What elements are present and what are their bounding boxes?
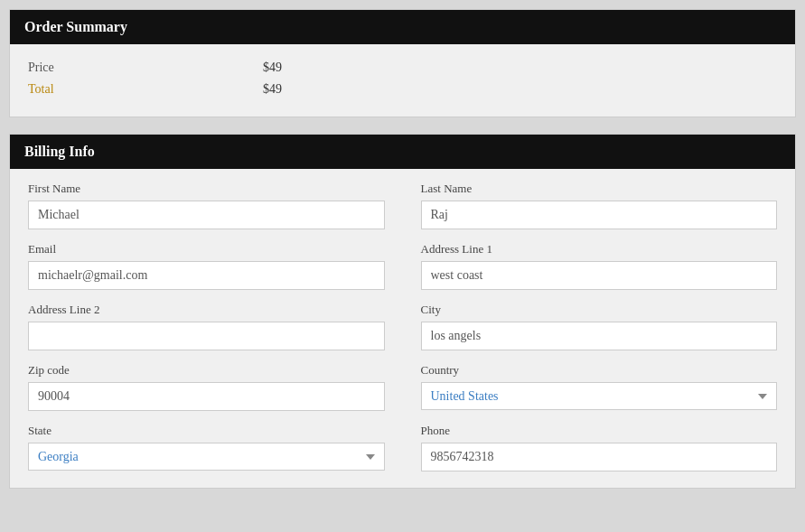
price-value: $49 (263, 61, 282, 75)
city-label: City (421, 303, 778, 317)
total-value: $49 (263, 82, 282, 97)
last-name-group: Last Name (421, 182, 778, 229)
address-line1-input[interactable] (421, 261, 778, 290)
email-input[interactable] (28, 261, 385, 290)
first-name-input[interactable] (28, 201, 385, 229)
state-group: State Georgia California New York Texas … (28, 424, 385, 471)
state-select[interactable]: Georgia California New York Texas Florid… (28, 443, 385, 471)
country-label: Country (421, 363, 778, 378)
order-summary-body: Price $49 Total $49 (10, 44, 795, 117)
last-name-label: Last Name (421, 182, 778, 196)
billing-grid: First Name Last Name Email Address Line … (28, 182, 777, 471)
address-line2-label: Address Line 2 (28, 303, 385, 317)
phone-group: Phone (421, 424, 778, 471)
email-label: Email (28, 242, 385, 257)
phone-label: Phone (421, 424, 778, 438)
price-label: Price (28, 61, 263, 75)
country-select[interactable]: United States Canada United Kingdom Aust… (421, 382, 778, 410)
state-label: State (28, 424, 385, 438)
country-group: Country United States Canada United King… (421, 363, 778, 411)
last-name-input[interactable] (421, 201, 778, 229)
first-name-group: First Name (28, 182, 385, 229)
billing-info-header: Billing Info (10, 135, 795, 169)
address-line2-input[interactable] (28, 322, 385, 350)
first-name-label: First Name (28, 182, 385, 196)
email-group: Email (28, 242, 385, 290)
address-line2-group: Address Line 2 (28, 303, 385, 350)
billing-info-section: Billing Info First Name Last Name Email … (9, 134, 796, 489)
address-line1-label: Address Line 1 (421, 242, 778, 257)
zip-code-label: Zip code (28, 363, 385, 378)
city-input[interactable] (421, 322, 778, 350)
phone-input[interactable] (421, 443, 778, 471)
total-label: Total (28, 82, 263, 97)
price-row: Price $49 (28, 57, 777, 79)
order-summary-header: Order Summary (10, 10, 795, 44)
total-row: Total $49 (28, 79, 777, 100)
address-line1-group: Address Line 1 (421, 242, 778, 290)
billing-info-body: First Name Last Name Email Address Line … (10, 169, 795, 488)
order-summary-section: Order Summary Price $49 Total $49 (9, 9, 796, 117)
zip-code-input[interactable] (28, 382, 385, 411)
city-group: City (421, 303, 778, 350)
zip-code-group: Zip code (28, 363, 385, 411)
